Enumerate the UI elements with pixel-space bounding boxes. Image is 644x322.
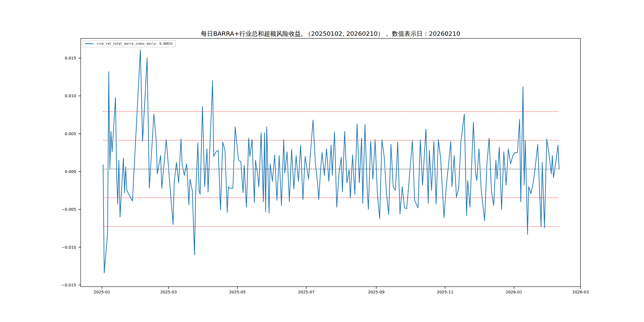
axes-spines <box>81 38 580 286</box>
figure: 每日BARRA+行业总和超额风险收益, （20250102, 20260210）… <box>0 0 644 322</box>
legend-label: risk_ret_total_barra_indus_daily: 0.0003… <box>96 42 172 46</box>
y-tick-label: −0.010 <box>62 245 76 250</box>
chart-title: 每日BARRA+行业总和超额风险收益, （20250102, 20260210）… <box>201 30 460 37</box>
y-tick-label: −0.005 <box>62 207 76 212</box>
y-tick-label: 0.010 <box>65 94 76 98</box>
y-tick-label: 0.005 <box>65 132 76 136</box>
plot-area <box>80 38 580 287</box>
x-tick-label: 2025-01 <box>94 290 110 294</box>
series-line <box>103 50 559 273</box>
x-tick-label: 2025-07 <box>298 290 315 294</box>
y-tick-label: −0.015 <box>62 283 76 288</box>
x-tick-label: 2025-09 <box>368 290 384 294</box>
x-tick-label: 2026-01 <box>506 290 522 294</box>
legend: risk_ret_total_barra_indus_daily: 0.0003… <box>82 40 176 47</box>
x-tick-label: 2026-03 <box>572 290 589 294</box>
y-tick-label: 0.015 <box>65 56 76 60</box>
legend-line-swatch <box>85 43 94 44</box>
y-tick-label: 0.000 <box>65 169 76 174</box>
x-tick-label: 2025-05 <box>229 290 246 294</box>
x-tick-label: 2025-11 <box>437 290 454 294</box>
chart-svg <box>80 38 580 287</box>
x-tick-label: 2025-03 <box>160 290 177 294</box>
